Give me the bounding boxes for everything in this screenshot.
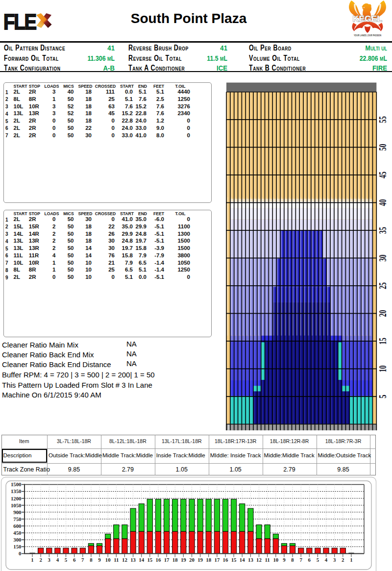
svg-text:13: 13 [248,557,253,563]
svg-text:600: 600 [13,523,21,529]
svg-text:2: 2 [39,557,42,563]
svg-text:8: 8 [291,557,294,563]
svg-text:1350: 1350 [11,488,22,494]
svg-text:16: 16 [156,557,161,563]
svg-text:18: 18 [206,557,211,563]
svg-text:3: 3 [48,557,51,563]
svg-text:1050: 1050 [11,502,22,508]
svg-text:6: 6 [73,557,76,563]
svg-text:10: 10 [105,557,111,563]
svg-text:14: 14 [139,557,144,563]
svg-text:6: 6 [308,557,311,563]
svg-text:1: 1 [350,557,352,563]
svg-text:2: 2 [342,557,344,563]
svg-text:10: 10 [273,557,278,563]
svg-text:0: 0 [19,550,21,556]
svg-text:1200: 1200 [11,496,22,501]
svg-text:4: 4 [325,557,328,563]
svg-text:19: 19 [197,557,203,563]
svg-text:1500: 1500 [11,481,22,487]
svg-text:20: 20 [189,557,195,563]
svg-text:9: 9 [98,557,101,563]
svg-text:150: 150 [13,544,21,549]
svg-text:13: 13 [130,557,136,563]
svg-text:18: 18 [172,557,178,563]
svg-text:16: 16 [223,557,228,563]
svg-text:750: 750 [13,516,21,522]
svg-text:4: 4 [56,557,59,563]
svg-text:450: 450 [13,530,21,536]
svg-text:12: 12 [256,557,262,563]
svg-text:300: 300 [13,537,21,543]
svg-text:17: 17 [215,557,220,563]
svg-text:14: 14 [240,557,245,563]
svg-text:12: 12 [122,557,127,563]
svg-text:5: 5 [317,557,319,563]
svg-text:15: 15 [231,557,237,563]
svg-text:11: 11 [114,557,119,563]
svg-text:7: 7 [81,557,84,563]
svg-text:8: 8 [90,557,93,563]
svg-text:7: 7 [299,557,302,563]
svg-text:19: 19 [181,557,186,563]
svg-text:15: 15 [147,557,152,563]
svg-text:5: 5 [65,557,67,563]
svg-text:1: 1 [31,557,33,563]
svg-text:11: 11 [265,557,270,563]
svg-text:9: 9 [283,557,286,563]
svg-text:17: 17 [164,557,170,563]
svg-text:3: 3 [333,557,336,563]
svg-text:900: 900 [13,509,21,515]
